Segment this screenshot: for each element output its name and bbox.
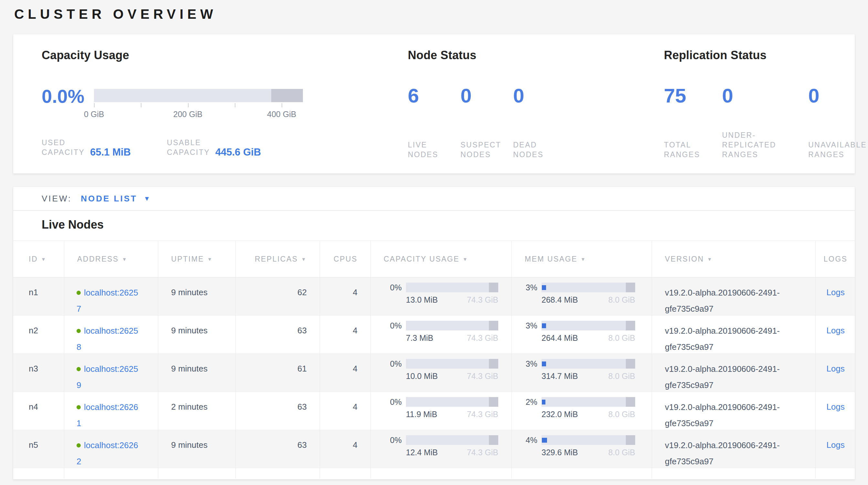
live-nodes-title: Live Nodes (42, 218, 104, 231)
logs-link[interactable]: Logs (826, 402, 844, 411)
node-version-cell: v19.2.0-alpha.20190606-2491-gfe735c9a97 (652, 430, 816, 468)
usable-capacity-metric: USABLE CAPACITY 445.6 GiB (167, 138, 261, 157)
sort-arrow-icon: ▼ (41, 256, 46, 262)
node-address-cell: localhost:26257 (64, 278, 158, 316)
node-address-cell: localhost:26262 (64, 430, 158, 468)
sort-arrow-icon: ▼ (581, 256, 586, 262)
axis-label-400: 400 GiB (267, 110, 296, 119)
logs-link[interactable]: Logs (826, 364, 844, 373)
view-dropdown-value[interactable]: NODE LIST (81, 194, 137, 204)
column-header-address[interactable]: ADDRESS▼ (64, 240, 158, 278)
node-capacity-usage-cell: 0% 7.3 MiB74.3 GiB (371, 316, 512, 354)
used-capacity-metric: USED CAPACITY 65.1 MiB (42, 138, 131, 157)
table-row: n2 localhost:26258 9 minutes 63 4 0% 7.3… (13, 316, 855, 354)
mem-usage-bar (541, 397, 635, 407)
table-row-partial (13, 468, 855, 479)
node-cpus-cell: 4 (320, 278, 371, 316)
node-version-cell: v19.2.0-alpha.20190606-2491-gfe735c9a97 (652, 278, 816, 316)
sort-arrow-icon: ▼ (122, 256, 128, 262)
node-status-label-0: LIVE NODES (408, 140, 456, 160)
node-replicas-cell: 62 (236, 278, 320, 316)
cluster-summary-panel: Capacity Usage 0.0% 0 GiB 200 GiB 400 Gi… (13, 34, 855, 174)
replication-stat: 0UNAVAILABLE RANGES (808, 85, 868, 160)
replication-status-section: Replication Status 75TOTAL RANGES0UNDER-… (664, 49, 851, 62)
node-address-link[interactable]: localhost:26261 (76, 402, 138, 428)
node-address-link[interactable]: localhost:26257 (76, 288, 138, 314)
node-capacity-usage-cell: 0% 12.4 MiB74.3 GiB (371, 430, 512, 468)
capacity-usage-bar (406, 397, 498, 407)
page-title: CLUSTER OVERVIEW (14, 6, 217, 22)
capacity-usage-bar (406, 283, 498, 292)
column-header-version[interactable]: VERSION▼ (652, 240, 816, 278)
view-selector-bar: VIEW: NODE LIST ▼ (13, 187, 855, 210)
node-logs-cell: Logs (816, 278, 855, 316)
replication-label-1: UNDER-REPLICATED RANGES (722, 130, 792, 160)
capacity-usage-bar (406, 321, 498, 331)
node-status-title: Node Status (408, 49, 650, 62)
replication-status-title: Replication Status (664, 49, 851, 62)
sort-arrow-icon: ▼ (301, 256, 307, 262)
node-status-stat: 0SUSPECT NODES (461, 85, 513, 160)
mem-usage-fill (542, 438, 547, 443)
node-version-cell: v19.2.0-alpha.20190606-2491-gfe735c9a97 (652, 392, 816, 430)
sort-arrow-icon: ▼ (207, 256, 213, 262)
node-replicas-cell: 63 (236, 430, 320, 468)
column-header-replicas[interactable]: REPLICAS▼ (236, 240, 320, 278)
node-live-status-icon (76, 367, 81, 371)
replication-stat: 75TOTAL RANGES (664, 85, 722, 160)
column-header-capacity-usage[interactable]: CAPACITY USAGE▼ (371, 240, 512, 278)
view-dropdown[interactable]: NODE LIST ▼ (81, 194, 150, 204)
mem-usage-fill (542, 400, 546, 404)
node-cpus-cell: 4 (320, 316, 371, 354)
replication-label-0: TOTAL RANGES (664, 140, 711, 160)
node-status-value-2: 0 (513, 85, 562, 106)
node-capacity-usage-cell: 0% 11.9 MiB74.3 GiB (371, 392, 512, 430)
node-mem-usage-cell: 3% 314.7 MiB8.0 GiB (512, 354, 652, 392)
node-live-status-icon (76, 291, 81, 295)
replication-value-2: 0 (808, 85, 868, 106)
node-mem-usage-cell: 3% 268.4 MiB8.0 GiB (512, 278, 652, 316)
node-status-label-1: SUSPECT NODES (461, 140, 509, 160)
column-header-id[interactable]: ID▼ (13, 240, 64, 278)
node-address-link[interactable]: localhost:26258 (76, 326, 138, 352)
column-header-logs: LOGS (816, 240, 855, 278)
node-address-link[interactable]: localhost:26262 (76, 440, 138, 466)
node-address-cell: localhost:26258 (64, 316, 158, 354)
capacity-usage-section: Capacity Usage 0.0% 0 GiB 200 GiB 400 Gi… (42, 49, 391, 62)
node-address-cell: localhost:26261 (64, 392, 158, 430)
usable-capacity-label: USABLE CAPACITY (167, 138, 211, 157)
mem-usage-bar (541, 435, 635, 445)
axis-label-0: 0 GiB (84, 110, 104, 119)
replication-status-stats: 75TOTAL RANGES0UNDER-REPLICATED RANGES0U… (664, 85, 868, 160)
replication-value-1: 0 (722, 85, 808, 106)
node-replicas-cell: 63 (236, 316, 320, 354)
node-id-cell: n1 (13, 278, 64, 316)
replication-value-0: 75 (664, 85, 722, 106)
node-address-link[interactable]: localhost:26259 (76, 364, 138, 390)
node-logs-cell: Logs (816, 392, 855, 430)
node-logs-cell: Logs (816, 430, 855, 468)
column-header-cpus: CPUS (320, 240, 371, 278)
mem-usage-bar (541, 283, 635, 292)
sort-arrow-icon: ▼ (707, 256, 713, 262)
node-version-cell: v19.2.0-alpha.20190606-2491-gfe735c9a97 (652, 354, 816, 392)
mem-usage-fill (542, 323, 546, 328)
node-mem-usage-cell: 3% 264.4 MiB8.0 GiB (512, 316, 652, 354)
logs-link[interactable]: Logs (826, 325, 844, 335)
node-uptime-cell: 9 minutes (158, 278, 236, 316)
node-logs-cell: Logs (816, 354, 855, 392)
replication-stat: 0UNDER-REPLICATED RANGES (722, 85, 808, 160)
column-header-mem-usage[interactable]: MEM USAGE▼ (512, 240, 652, 278)
logs-link[interactable]: Logs (826, 440, 844, 450)
node-capacity-usage-cell: 0% 10.0 MiB74.3 GiB (371, 354, 512, 392)
node-live-status-icon (76, 405, 81, 409)
table-body: n1 localhost:26257 9 minutes 62 4 0% 13.… (13, 278, 855, 468)
column-header-uptime[interactable]: UPTIME▼ (158, 240, 236, 278)
mem-usage-fill (542, 362, 546, 366)
live-nodes-table: ID▼ADDRESS▼UPTIME▼REPLICAS▼CPUSCAPACITY … (13, 240, 855, 479)
logs-link[interactable]: Logs (826, 287, 844, 297)
node-replicas-cell: 61 (236, 354, 320, 392)
live-nodes-panel: Live Nodes ID▼ADDRESS▼UPTIME▼REPLICAS▼CP… (13, 210, 855, 480)
capacity-bar-track (94, 89, 303, 102)
sort-arrow-icon: ▼ (463, 256, 468, 262)
